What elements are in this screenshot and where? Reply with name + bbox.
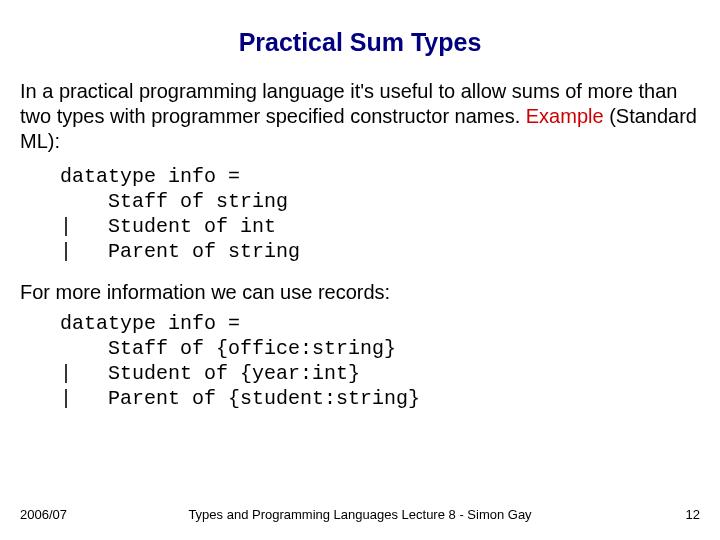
mid-paragraph: For more information we can use records: (20, 280, 700, 305)
slide: Practical Sum Types In a practical progr… (0, 0, 720, 540)
intro-paragraph: In a practical programming language it's… (20, 79, 700, 154)
footer-date: 2006/07 (20, 507, 67, 522)
footer-page-number: 12 (686, 507, 700, 522)
code-block-2: datatype info = Staff of {office:string}… (60, 311, 700, 411)
slide-title: Practical Sum Types (20, 28, 700, 57)
footer: 2006/07 Types and Programming Languages … (0, 507, 720, 522)
code-block-1: datatype info = Staff of string | Studen… (60, 164, 700, 264)
example-keyword: Example (526, 105, 604, 127)
footer-lecture: Types and Programming Languages Lecture … (188, 507, 531, 522)
